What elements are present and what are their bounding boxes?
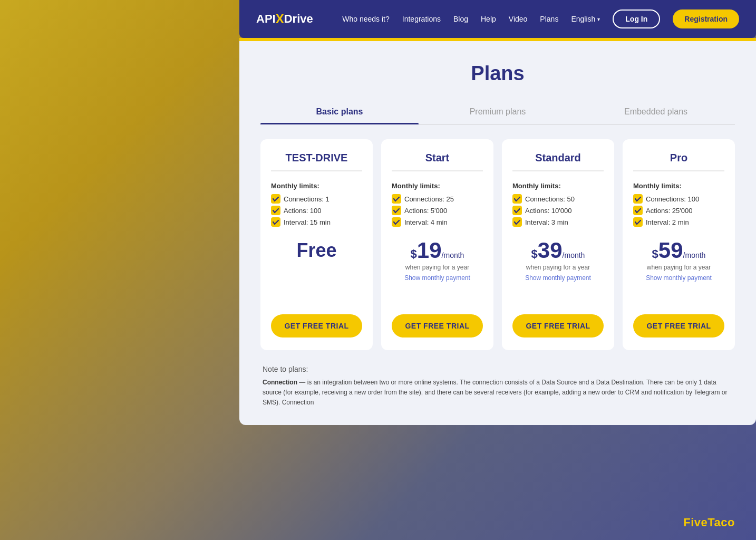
plan-start-limits-title: Monthly limits: xyxy=(392,182,483,190)
navigation: Who needs it? Integrations Blog Help Vid… xyxy=(342,9,739,28)
plan-pro-feature-3: Interval: 2 min xyxy=(633,217,724,227)
price-number: 19 xyxy=(417,239,442,262)
price-period: /month xyxy=(683,251,706,259)
price-period: /month xyxy=(563,251,585,259)
plan-standard-feature-1: Connections: 50 xyxy=(512,194,604,204)
check-icon xyxy=(512,217,522,227)
login-button[interactable]: Log In xyxy=(613,9,660,28)
logo-drive: Drive xyxy=(284,12,313,26)
plan-test-drive-feature-3: Interval: 15 min xyxy=(271,217,362,227)
price-amount: $ 59 /month xyxy=(633,239,724,262)
plan-test-drive-trial-button[interactable]: GET FREE TRIAL xyxy=(271,314,362,338)
plan-standard: Standard Monthly limits: Connections: 50… xyxy=(502,139,614,350)
price-note: when paying for a year xyxy=(392,264,483,271)
nav-video[interactable]: Video xyxy=(509,15,528,23)
plan-start-trial-button[interactable]: GET FREE TRIAL xyxy=(392,314,483,338)
nav-blog[interactable]: Blog xyxy=(453,15,468,23)
notes-text: Connection — is an integration between t… xyxy=(263,378,733,408)
plan-start-feature-2: Actions: 5'000 xyxy=(392,206,483,215)
plan-pro-limits-title: Monthly limits: xyxy=(633,182,724,190)
plan-pro-trial-button[interactable]: GET FREE TRIAL xyxy=(633,314,724,338)
price-amount: $ 39 /month xyxy=(512,239,604,262)
price-amount: $ 19 /month xyxy=(392,239,483,262)
logo-api: API xyxy=(256,12,276,26)
price-number: 39 xyxy=(538,239,563,262)
price-number: 59 xyxy=(658,239,683,262)
plan-standard-feature-2: Actions: 10'000 xyxy=(512,206,604,215)
plans-grid: TEST-DRIVE Monthly limits: Connections: … xyxy=(260,139,735,350)
tab-premium-plans[interactable]: Premium plans xyxy=(419,102,577,124)
tab-basic-plans[interactable]: Basic plans xyxy=(260,102,419,124)
svg-rect-1 xyxy=(271,206,280,215)
svg-rect-11 xyxy=(633,217,643,227)
nav-integrations[interactable]: Integrations xyxy=(402,15,441,23)
check-icon xyxy=(633,194,643,204)
svg-rect-4 xyxy=(392,206,401,215)
check-icon xyxy=(392,206,401,215)
show-monthly-link[interactable]: Show monthly payment xyxy=(392,274,483,282)
brand-taco: Taco xyxy=(707,516,735,529)
plan-start-feature-1: Connections: 25 xyxy=(392,194,483,204)
plan-start-feature-3: Interval: 4 min xyxy=(392,217,483,227)
notes-section: Note to plans: Connection — is an integr… xyxy=(260,365,735,408)
plan-start-name: Start xyxy=(392,152,483,171)
price-note: when paying for a year xyxy=(633,264,724,271)
plan-start-price: $ 19 /month when paying for a year Show … xyxy=(392,239,483,282)
plan-test-drive-feature-2: Actions: 100 xyxy=(271,206,362,215)
page-title: Plans xyxy=(260,62,735,85)
show-monthly-link[interactable]: Show monthly payment xyxy=(633,274,724,282)
connection-label: Connection xyxy=(263,379,297,386)
price-dollar: $ xyxy=(531,247,538,261)
svg-rect-9 xyxy=(633,194,643,204)
plan-pro-feature-1: Connections: 100 xyxy=(633,194,724,204)
brand-five: Five xyxy=(683,516,707,529)
svg-rect-7 xyxy=(512,206,522,215)
svg-rect-3 xyxy=(392,194,401,204)
check-icon xyxy=(271,206,280,215)
check-icon xyxy=(392,217,401,227)
check-icon xyxy=(512,206,522,215)
plan-standard-price: $ 39 /month when paying for a year Show … xyxy=(512,239,604,282)
header: APIXDrive Who needs it? Integrations Blo… xyxy=(239,0,756,38)
svg-rect-10 xyxy=(633,206,643,215)
plan-test-drive-price: Free xyxy=(271,239,362,262)
svg-rect-5 xyxy=(392,217,401,227)
plan-test-drive-name: TEST-DRIVE xyxy=(271,152,362,171)
nav-plans[interactable]: Plans xyxy=(540,15,558,23)
check-icon xyxy=(633,217,643,227)
price-dollar: $ xyxy=(652,247,658,261)
nav-help[interactable]: Help xyxy=(481,15,496,23)
chevron-down-icon: ▾ xyxy=(597,16,600,22)
logo-x: X xyxy=(276,12,284,26)
language-selector[interactable]: English ▾ xyxy=(571,15,600,23)
tab-embedded-plans[interactable]: Embedded plans xyxy=(577,102,735,124)
price-free-label: Free xyxy=(271,239,362,262)
register-button[interactable]: Registration xyxy=(673,9,739,28)
plan-pro-price: $ 59 /month when paying for a year Show … xyxy=(633,239,724,282)
plan-start: Start Monthly limits: Connections: 25 Ac… xyxy=(381,139,493,350)
check-icon xyxy=(512,194,522,204)
plan-tabs: Basic plans Premium plans Embedded plans xyxy=(260,102,735,124)
check-icon xyxy=(633,206,643,215)
logo[interactable]: APIXDrive xyxy=(256,12,313,26)
footer-brand: FiveTaco xyxy=(683,516,735,529)
check-icon xyxy=(392,194,401,204)
svg-rect-2 xyxy=(271,217,280,227)
plan-standard-limits-title: Monthly limits: xyxy=(512,182,604,190)
price-period: /month xyxy=(442,251,464,259)
plan-test-drive: TEST-DRIVE Monthly limits: Connections: … xyxy=(260,139,373,350)
check-icon xyxy=(271,194,280,204)
plan-test-drive-feature-1: Connections: 1 xyxy=(271,194,362,204)
nav-who-needs[interactable]: Who needs it? xyxy=(342,15,390,23)
svg-rect-8 xyxy=(512,217,522,227)
plan-test-drive-limits-title: Monthly limits: xyxy=(271,182,362,190)
connection-text: — is an integration between two or more … xyxy=(263,379,728,406)
price-dollar: $ xyxy=(411,247,417,261)
content-box: Plans Basic plans Premium plans Embedded… xyxy=(239,41,756,425)
plan-standard-trial-button[interactable]: GET FREE TRIAL xyxy=(512,314,604,338)
svg-rect-0 xyxy=(271,194,280,204)
show-monthly-link[interactable]: Show monthly payment xyxy=(512,274,604,282)
plan-pro-feature-2: Actions: 25'000 xyxy=(633,206,724,215)
notes-title: Note to plans: xyxy=(263,365,733,373)
plan-standard-name: Standard xyxy=(512,152,604,171)
